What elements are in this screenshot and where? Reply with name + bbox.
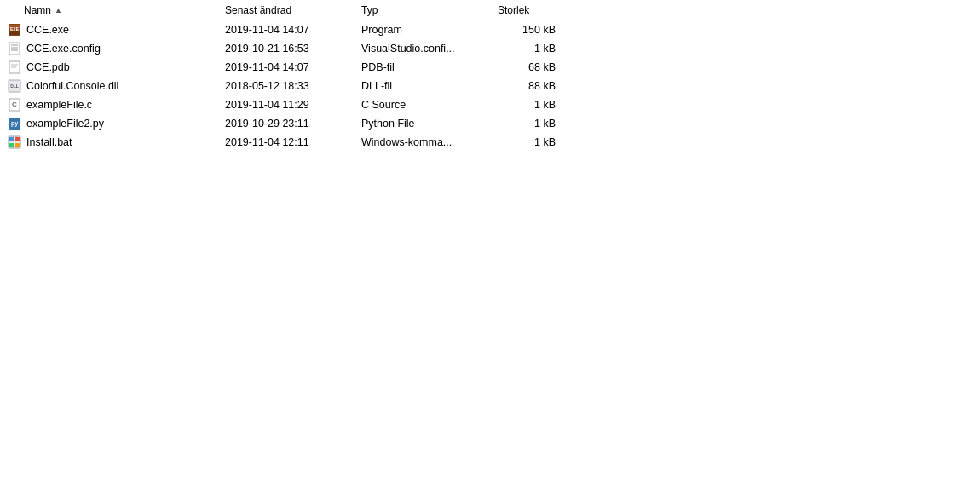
file-name: exampleFile2.py (26, 118, 104, 130)
file-type: DLL-fil (358, 80, 494, 92)
file-size: 150 kB (494, 24, 562, 36)
file-type: PDB-fil (358, 61, 494, 73)
file-type: Python File (358, 118, 494, 130)
svg-rect-18 (9, 137, 14, 141)
col-type-label: Typ (361, 4, 378, 16)
col-header-type[interactable]: Typ (358, 4, 494, 16)
table-row[interactable]: C exampleFile.c 2019-11-04 11:29 C Sourc… (0, 95, 980, 114)
file-explorer: Namn ▲ Senast ändrad Typ Storlek EXE CCE… (0, 0, 980, 501)
file-name-cell: EXE CCE.exe (0, 22, 222, 37)
file-name-cell: Install.bat (0, 135, 222, 150)
file-date: 2019-10-29 23:11 (222, 118, 358, 130)
file-icon: py (7, 116, 22, 131)
file-type: Windows-komma... (358, 136, 494, 148)
file-size: 1 kB (494, 99, 562, 111)
file-name: Colorful.Console.dll (26, 80, 118, 92)
file-size: 1 kB (494, 43, 562, 55)
file-name-cell: CCE.pdb (0, 60, 222, 75)
file-icon: C (7, 97, 22, 112)
file-name-cell: CCE.exe.config (0, 41, 222, 56)
svg-text:DLL: DLL (10, 84, 19, 89)
svg-rect-20 (9, 143, 14, 147)
file-size: 1 kB (494, 118, 562, 130)
file-icon (7, 41, 22, 56)
file-size: 88 kB (494, 80, 562, 92)
file-date: 2019-11-04 14:07 (222, 24, 358, 36)
file-name-cell: DLL Colorful.Console.dll (0, 78, 222, 94)
file-size: 68 kB (494, 61, 562, 73)
col-size-label: Storlek (498, 4, 529, 16)
file-date: 2018-05-12 18:33 (222, 80, 358, 92)
table-row[interactable]: CCE.pdb 2019-11-04 14:07 PDB-fil 68 kB (0, 58, 980, 77)
file-list: EXE CCE.exe 2019-11-04 14:07 Program 150… (0, 20, 980, 152)
file-name: CCE.exe.config (26, 43, 101, 55)
file-date: 2019-11-04 14:07 (222, 61, 358, 73)
file-type: VisualStudio.confi... (358, 43, 494, 55)
svg-rect-19 (15, 137, 20, 141)
file-name: CCE.pdb (26, 61, 70, 73)
svg-rect-21 (15, 143, 20, 147)
file-type: Program (358, 24, 494, 36)
col-date-label: Senast ändrad (225, 4, 291, 16)
file-date: 2019-10-21 16:53 (222, 43, 358, 55)
table-row[interactable]: EXE CCE.exe 2019-11-04 14:07 Program 150… (0, 20, 980, 39)
file-icon: DLL (7, 78, 22, 94)
svg-text:C: C (12, 101, 17, 108)
svg-text:py: py (11, 120, 18, 127)
file-date: 2019-11-04 11:29 (222, 99, 358, 111)
file-type: C Source (358, 99, 494, 111)
column-headers: Namn ▲ Senast ändrad Typ Storlek (0, 0, 980, 20)
svg-rect-4 (9, 43, 20, 55)
file-icon: EXE (7, 22, 22, 37)
file-name: CCE.exe (26, 24, 69, 36)
file-name: exampleFile.c (26, 99, 92, 111)
file-name-cell: py exampleFile2.py (0, 116, 222, 131)
svg-text:EXE: EXE (10, 26, 20, 32)
file-name: Install.bat (26, 136, 72, 148)
table-row[interactable]: CCE.exe.config 2019-10-21 16:53 VisualSt… (0, 39, 980, 58)
col-header-date[interactable]: Senast ändrad (222, 4, 358, 16)
file-size: 1 kB (494, 136, 562, 148)
col-name-label: Namn (24, 4, 51, 16)
file-icon (7, 60, 22, 75)
col-header-name[interactable]: Namn ▲ (0, 4, 222, 16)
sort-arrow-icon: ▲ (55, 6, 62, 14)
file-date: 2019-11-04 12:11 (222, 136, 358, 148)
col-header-size[interactable]: Storlek (494, 4, 562, 16)
file-icon (7, 135, 22, 150)
table-row[interactable]: Install.bat 2019-11-04 12:11 Windows-kom… (0, 133, 980, 152)
table-row[interactable]: DLL Colorful.Console.dll 2018-05-12 18:3… (0, 77, 980, 95)
table-row[interactable]: py exampleFile2.py 2019-10-29 23:11 Pyth… (0, 114, 980, 133)
file-name-cell: C exampleFile.c (0, 97, 222, 112)
